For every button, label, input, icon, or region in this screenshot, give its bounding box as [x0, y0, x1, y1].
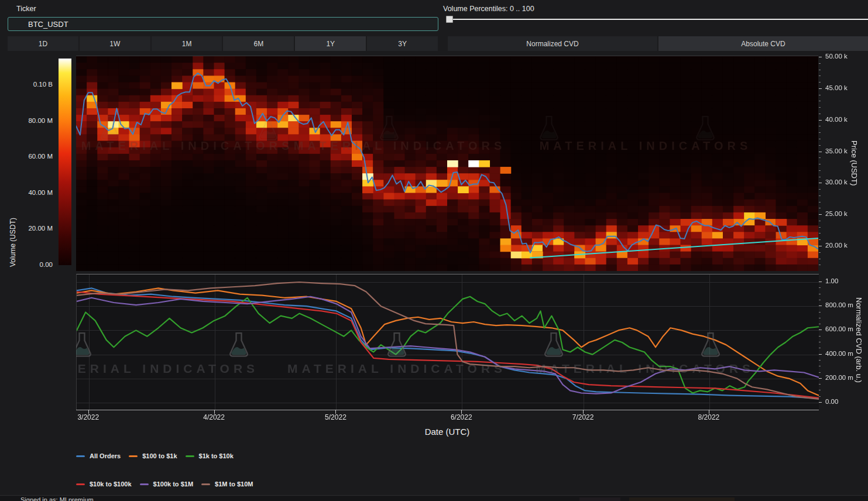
cvd-mode-button-group: Normalized CVDAbsolute CVD: [448, 36, 868, 51]
price-axis-minor-tick: [819, 126, 821, 126]
cvd-chart-canvas[interactable]: [76, 274, 819, 410]
x-axis-line: [76, 410, 819, 410]
x-tick-label: 7/2022: [572, 413, 594, 421]
price-tick-label: 35.00 k: [825, 147, 848, 155]
legend-item[interactable]: $1M to $10M: [201, 481, 253, 488]
price-axis-minor-tick: [819, 70, 821, 70]
cvd-axis-tick: [819, 402, 822, 403]
legend-label: $1M to $10M: [215, 481, 253, 488]
normalized-cvd-button[interactable]: Normalized CVD: [448, 36, 657, 51]
legend-row-2: $10k to $100k$100k to $1M$1M to $10M: [76, 481, 253, 488]
price-axis-minor-tick: [819, 202, 821, 203]
price-axis-minor-tick: [819, 132, 821, 133]
x-tick-label: 8/2022: [698, 413, 720, 421]
legend-item[interactable]: $100k to $1M: [140, 481, 193, 488]
legend-swatch: [140, 483, 149, 485]
price-axis-minor-tick: [819, 252, 821, 253]
price-axis-tick: [819, 152, 822, 152]
legend-row-1: All Orders$100 to $1k$1k to $10k: [76, 452, 234, 459]
cvd-axis-minor-tick: [819, 372, 821, 373]
timeframe-button-group: 1D1W1M6M1Y3Y: [8, 36, 438, 51]
price-axis-minor-tick: [819, 189, 821, 190]
legend-swatch: [129, 455, 138, 457]
timeframe-button-1y[interactable]: 1Y: [295, 36, 366, 51]
ticker-input[interactable]: [8, 17, 438, 31]
cvd-axis-minor-tick: [819, 384, 821, 385]
cvd-tick-label: 600.00 m: [825, 325, 853, 332]
timeframe-button-3y[interactable]: 3Y: [367, 36, 438, 51]
cvd-axis-minor-tick: [819, 360, 821, 361]
price-axis-minor-tick: [819, 95, 821, 95]
price-axis-minor-tick: [819, 63, 821, 64]
cvd-tick-label: 200.00 m: [825, 374, 853, 381]
cvd-axis-minor-tick: [819, 312, 821, 313]
price-axis-minor-tick: [819, 259, 821, 259]
price-axis-minor-tick: [819, 265, 821, 265]
price-axis-minor-tick: [819, 227, 821, 228]
cvd-axis-minor-tick: [819, 294, 821, 294]
price-axis-minor-tick: [819, 107, 821, 108]
legend-label: $1k to $10k: [199, 452, 234, 459]
legend-item[interactable]: All Orders: [76, 452, 121, 459]
x-tick-label: 4/2022: [203, 413, 225, 421]
volume-percentiles-slider-handle[interactable]: [446, 16, 453, 23]
price-axis-tick: [819, 183, 822, 183]
cvd-tick-label: 400.00 m: [825, 350, 853, 357]
volume-colorbar: [59, 59, 71, 265]
price-axis-minor-tick: [819, 82, 821, 83]
price-axis-minor-tick: [819, 76, 821, 76]
legend-swatch: [76, 483, 85, 485]
price-axis-minor-tick: [819, 239, 821, 240]
timeframe-button-1d[interactable]: 1D: [8, 36, 78, 51]
x-tick-label: 6/2022: [451, 413, 472, 421]
x-axis-title: Date (UTC): [425, 427, 470, 437]
cvd-axis-minor-tick: [819, 396, 821, 397]
signed-in-text: Signed in as: MI premium: [20, 496, 94, 501]
footer-decoration: [579, 497, 620, 501]
price-axis-tick: [819, 57, 822, 57]
cvd-axis-tick: [819, 282, 822, 282]
ticker-label: Ticker: [16, 5, 36, 13]
legend-label: All Orders: [90, 452, 121, 459]
price-tick-label: 30.00 k: [825, 179, 848, 186]
timeframe-button-6m[interactable]: 6M: [223, 36, 294, 51]
timeframe-button-1w[interactable]: 1W: [80, 36, 150, 51]
volume-tick-label: 60.00 M: [12, 153, 53, 160]
legend-item[interactable]: $10k to $100k: [76, 481, 132, 488]
absolute-cvd-button[interactable]: Absolute CVD: [658, 36, 868, 51]
price-axis-title: Price (USDT): [850, 140, 859, 186]
price-tick-label: 25.00 k: [825, 210, 848, 217]
cvd-axis-minor-tick: [819, 300, 821, 300]
price-tick-label: 45.00 k: [825, 84, 848, 91]
volume-percentiles-slider[interactable]: [446, 19, 868, 20]
volume-percentiles-label: Volume Percentiles: 0 .. 100: [443, 5, 534, 13]
timeframe-button-1m[interactable]: 1M: [152, 36, 222, 51]
cvd-axis-minor-tick: [819, 287, 821, 288]
legend-label: $100 to $1k: [142, 452, 177, 459]
price-axis-minor-tick: [819, 233, 821, 234]
volume-heatmap-canvas[interactable]: [76, 56, 818, 271]
price-tick-label: 40.00 k: [825, 116, 848, 123]
cvd-tick-label: 800.00 m: [825, 301, 853, 308]
cvd-axis-minor-tick: [819, 324, 821, 324]
price-axis-tick: [819, 88, 822, 89]
price-axis-tick: [819, 246, 822, 246]
volume-tick-label: 0.00: [12, 261, 53, 268]
cvd-axis-minor-tick: [819, 342, 821, 342]
legend-swatch: [201, 483, 210, 485]
legend-item[interactable]: $1k to $10k: [186, 452, 234, 459]
cvd-axis-minor-tick: [819, 366, 821, 366]
volume-tick-label: 20.00 M: [12, 225, 53, 232]
cvd-axis-minor-tick: [819, 390, 821, 390]
cvd-axis-tick: [819, 354, 822, 355]
price-tick-label: 20.00 k: [825, 242, 848, 249]
cvd-tick-label: 0.00: [825, 398, 838, 405]
price-axis-minor-tick: [819, 195, 821, 196]
price-tick-label: 50.00 k: [825, 53, 848, 60]
legend-item[interactable]: $100 to $1k: [129, 452, 177, 459]
price-axis-minor-tick: [819, 101, 821, 101]
price-axis-minor-tick: [819, 164, 821, 164]
price-axis-minor-tick: [819, 208, 821, 208]
volume-tick-label: 80.00 M: [12, 117, 53, 124]
footer-bar: Signed in as: MI premium: [0, 495, 868, 501]
